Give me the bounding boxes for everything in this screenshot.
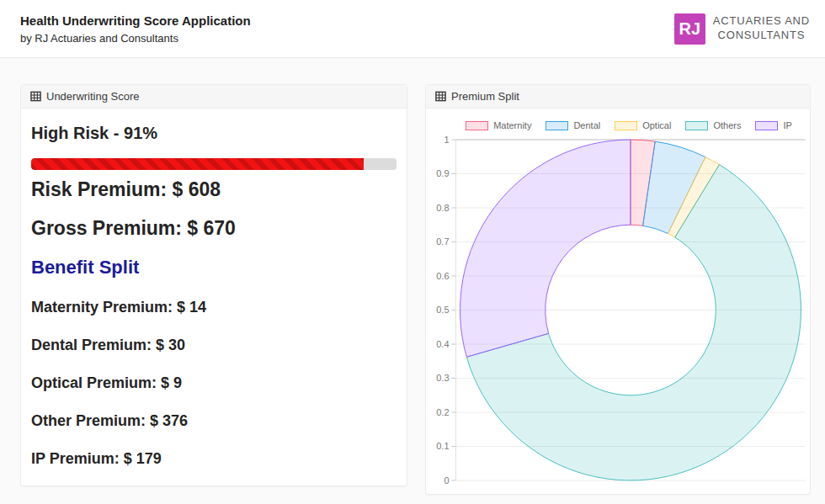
underwriting-score-panel: Underwriting Score High Risk - 91% Risk … bbox=[20, 84, 407, 486]
y-axis-tick-label: 0.4 bbox=[436, 339, 449, 349]
y-axis-tick-label: 0 bbox=[444, 475, 449, 485]
legend-item-maternity[interactable]: Maternity bbox=[466, 120, 531, 130]
y-axis-tick-label: 0.6 bbox=[436, 271, 449, 281]
ip-premium-text: IP Premium: $ 179 bbox=[31, 450, 397, 468]
legend-swatch-optical bbox=[615, 121, 637, 130]
other-premium-text: Other Premium: $ 376 bbox=[31, 412, 397, 430]
slice-ip[interactable] bbox=[460, 140, 631, 357]
risk-premium-text: Risk Premium: $ 608 bbox=[31, 178, 397, 201]
legend-label-others: Others bbox=[713, 120, 741, 130]
risk-progress-track bbox=[31, 158, 397, 170]
logo-text-line1: ACTUARIES AND bbox=[713, 14, 810, 29]
y-axis-tick-label: 0.9 bbox=[436, 168, 449, 178]
premium-split-panel: Premium Split MaternityDentalOpticalOthe… bbox=[425, 84, 811, 495]
legend-swatch-ip bbox=[755, 121, 778, 130]
legend-label-optical: Optical bbox=[642, 120, 671, 130]
y-axis-tick-label: 0.2 bbox=[436, 407, 449, 417]
premium-split-donut-chart[interactable]: 10.90.80.70.60.50.40.30.20.10 bbox=[431, 134, 810, 487]
underwriting-score-body: High Risk - 91% Risk Premium: $ 608 Gros… bbox=[21, 109, 407, 483]
optical-premium-text: Optical Premium: $ 9 bbox=[31, 374, 397, 392]
legend-swatch-dental bbox=[546, 121, 568, 130]
y-axis-tick-label: 1 bbox=[444, 135, 449, 145]
y-axis-tick-label: 0.8 bbox=[436, 203, 449, 213]
table-icon bbox=[435, 91, 446, 102]
logo-text-line2: CONSULTANTS bbox=[713, 29, 810, 43]
logo-text: ACTUARIES AND CONSULTANTS bbox=[713, 14, 810, 43]
premium-split-panel-title: Premium Split bbox=[451, 90, 519, 103]
risk-progress-bar bbox=[31, 158, 364, 170]
page-title: Health Underwriting Score Application bbox=[20, 13, 251, 28]
legend-item-ip[interactable]: IP bbox=[755, 120, 791, 130]
legend-item-others[interactable]: Others bbox=[685, 120, 741, 130]
dental-premium-text: Dental Premium: $ 30 bbox=[31, 337, 397, 354]
legend-swatch-maternity bbox=[466, 121, 488, 130]
table-icon bbox=[30, 91, 41, 102]
dashboard: Underwriting Score High Risk - 91% Risk … bbox=[0, 58, 825, 495]
risk-score-text: High Risk - 91% bbox=[31, 124, 397, 143]
chart-legend: MaternityDentalOpticalOthersIP bbox=[448, 119, 810, 131]
premium-split-panel-header: Premium Split bbox=[426, 85, 810, 109]
y-axis-tick-label: 0.5 bbox=[436, 305, 449, 315]
legend-swatch-others bbox=[685, 121, 708, 130]
y-axis-tick-label: 0.7 bbox=[436, 236, 449, 247]
company-logo: RJ ACTUARIES AND CONSULTANTS bbox=[674, 13, 810, 45]
benefit-split-heading: Benefit Split bbox=[31, 257, 397, 279]
y-axis-tick-label: 0.1 bbox=[436, 441, 449, 451]
logo-mark: RJ bbox=[674, 13, 705, 45]
legend-label-ip: IP bbox=[783, 120, 791, 130]
legend-label-maternity: Maternity bbox=[493, 120, 531, 130]
premium-split-body: MaternityDentalOpticalOthersIP 10.90.80.… bbox=[426, 109, 810, 487]
legend-label-dental: Dental bbox=[573, 120, 600, 130]
underwriting-score-panel-title: Underwriting Score bbox=[46, 90, 140, 103]
legend-item-optical[interactable]: Optical bbox=[615, 120, 671, 130]
gross-premium-text: Gross Premium: $ 670 bbox=[31, 217, 397, 240]
y-axis-tick-label: 0.3 bbox=[436, 373, 449, 383]
page-subtitle: by RJ Actuaries and Consultants bbox=[20, 32, 251, 45]
maternity-premium-text: Maternity Premium: $ 14 bbox=[31, 299, 397, 316]
app-title-block: Health Underwriting Score Application by… bbox=[20, 13, 251, 45]
legend-item-dental[interactable]: Dental bbox=[546, 120, 600, 130]
app-header: Health Underwriting Score Application by… bbox=[0, 0, 825, 58]
underwriting-score-panel-header: Underwriting Score bbox=[21, 85, 407, 109]
